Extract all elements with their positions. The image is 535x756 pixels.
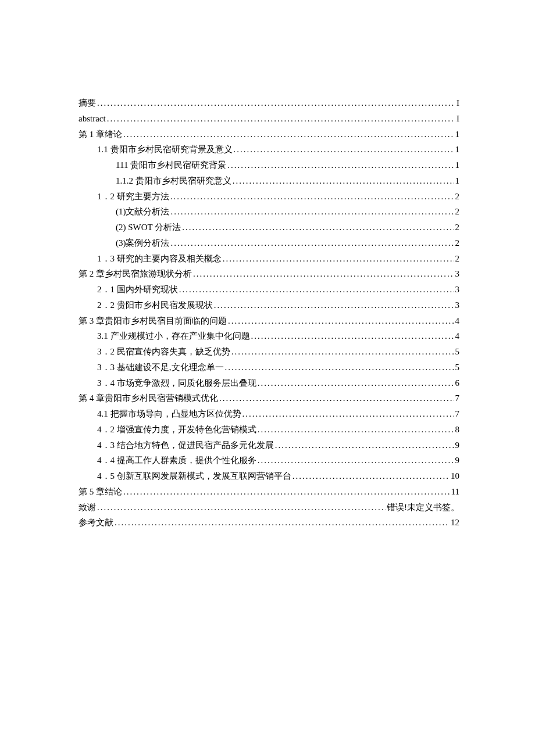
toc-entry-page: 2 — [455, 236, 460, 250]
toc-entry-label: 3．4 市场竞争激烈，同质化服务层出叠现 — [97, 376, 256, 390]
toc-entry: 1．2 研究主要方法 2 — [79, 189, 459, 204]
toc-entry-page: 2 — [455, 205, 460, 219]
toc-entry: 4.1 把握市场导向，凸显地方区位优势 7 — [79, 407, 459, 421]
toc-leader-dots — [115, 515, 450, 530]
toc-leader-dots — [170, 189, 454, 204]
toc-entry-label: 3．2 民宿宣传内容失真，缺乏优势 — [97, 345, 230, 359]
toc-entry-page: 11 — [451, 485, 459, 499]
toc-leader-dots — [107, 112, 455, 126]
toc-entry: 2．1 国内外研究现状 3 — [79, 282, 459, 297]
toc-entry-label: 2．1 国内外研究现状 — [97, 282, 178, 297]
toc-entry-label: (3)案例分析法 — [116, 236, 170, 250]
toc-entry-label: 1．2 研究主要方法 — [97, 189, 169, 204]
toc-leader-dots — [242, 407, 454, 421]
toc-entry-label: 第 5 章结论 — [79, 485, 122, 499]
toc-entry: (3)案例分析法2 — [79, 236, 459, 250]
toc-entry-page: 1 — [455, 127, 460, 142]
toc-leader-dots — [193, 267, 454, 281]
toc-leader-dots — [251, 329, 454, 343]
toc-entry: 3.1 产业规模过小，存在产业集中化问题 4 — [79, 329, 459, 343]
toc-entry-label: 111 贵阳市乡村民宿研究背景 — [116, 158, 226, 173]
toc-leader-dots — [227, 158, 454, 173]
table-of-contents: 摘要Iabstract I第 1 章绪论 11.1 贵阳市乡村民宿研究背景及意义… — [79, 96, 459, 530]
toc-entry-label: abstract — [79, 112, 106, 126]
toc-entry: 致谢错误!未定义书签。 — [79, 500, 459, 515]
toc-entry: (2) SWOT 分析法2 — [79, 220, 459, 235]
toc-entry-page: I — [456, 112, 459, 126]
toc-leader-dots — [97, 96, 455, 110]
toc-entry-label: 4．3 结合地方特色，促进民宿产品多元化发展 — [97, 438, 274, 453]
toc-leader-dots — [233, 174, 454, 188]
toc-entry-page: 6 — [455, 376, 460, 390]
toc-entry: 2．2 贵阳市乡村民宿发展现状 3 — [79, 298, 459, 313]
toc-entry-label: 2．2 贵阳市乡村民宿发展现状 — [97, 298, 213, 313]
toc-leader-dots — [214, 298, 454, 313]
toc-entry-label: 3.1 产业规模过小，存在产业集中化问题 — [97, 329, 250, 343]
toc-entry-page: 1 — [455, 174, 460, 188]
toc-entry-page: 9 — [455, 438, 460, 453]
toc-entry-page: 2 — [455, 189, 460, 204]
toc-entry-page: 1 — [455, 142, 460, 157]
toc-leader-dots — [171, 236, 454, 250]
toc-leader-dots — [182, 220, 454, 235]
toc-leader-dots — [258, 453, 454, 468]
toc-leader-dots — [231, 345, 454, 359]
toc-entry-label: 4．2 增强宣传力度，开发特色化营销模式 — [97, 422, 256, 437]
toc-entry: 1.1.2 贵阳市乡村民宿研究意义 1 — [79, 174, 459, 188]
toc-entry-label: 1.1 贵阳市乡村民宿研究背景及意义 — [97, 142, 233, 157]
toc-entry-page: 5 — [455, 360, 460, 375]
toc-entry: 3．3 基础建设不足,文化理念单一 5 — [79, 360, 459, 375]
toc-entry: 3．2 民宿宣传内容失真，缺乏优势 5 — [79, 345, 459, 359]
toc-leader-dots — [171, 205, 454, 219]
toc-entry-page: 9 — [455, 453, 460, 468]
toc-entry-label: 第 4 章贵阳市乡村民宿营销模式优化 — [79, 391, 218, 406]
toc-entry-page: 10 — [451, 469, 459, 483]
toc-entry: 1.1 贵阳市乡村民宿研究背景及意义 1 — [79, 142, 459, 157]
toc-entry: 4．4 提高工作人群素质，提供个性化服务 9 — [79, 453, 459, 468]
toc-entry: 第 4 章贵阳市乡村民宿营销模式优化 7 — [79, 391, 459, 406]
toc-entry-page: 8 — [455, 422, 460, 437]
toc-entry: 4．3 结合地方特色，促进民宿产品多元化发展 9 — [79, 438, 459, 453]
toc-entry-label: 4．5 创新互联网发展新模式，发展互联网营销平台 — [97, 469, 291, 483]
toc-entry-page: 7 — [455, 391, 460, 406]
toc-entry: 第 2 章乡村民宿旅游现状分析 3 — [79, 267, 459, 281]
toc-entry-label: 3．3 基础建设不足,文化理念单一 — [97, 360, 224, 375]
toc-entry: 3．4 市场竞争激烈，同质化服务层出叠现 6 — [79, 376, 459, 390]
toc-entry-page: 1 — [455, 158, 460, 173]
toc-entry-label: (1)文献分析法 — [116, 205, 170, 219]
toc-leader-dots — [293, 469, 450, 483]
toc-entry-label: 摘要 — [79, 96, 96, 110]
toc-leader-dots — [225, 360, 454, 375]
toc-entry: 1．3 研究的主要内容及相关概念 2 — [79, 252, 459, 266]
toc-entry: 第 5 章结论 11 — [79, 485, 459, 499]
toc-entry-label: 第 1 章绪论 — [79, 127, 122, 142]
toc-entry-label: 4.1 把握市场导向，凸显地方区位优势 — [97, 407, 241, 421]
toc-entry-page: 4 — [455, 329, 460, 343]
toc-leader-dots — [234, 142, 454, 157]
toc-entry: 111 贵阳市乡村民宿研究背景 1 — [79, 158, 459, 173]
toc-entry-label: (2) SWOT 分析法 — [116, 220, 181, 235]
toc-leader-dots — [123, 485, 450, 499]
toc-entry-page: 3 — [455, 298, 460, 313]
toc-entry-label: 第 3 章贵阳市乡村民宿目前面临的问题 — [79, 314, 227, 328]
toc-leader-dots — [228, 314, 454, 328]
toc-entry-page: 7 — [455, 407, 460, 421]
toc-entry-label: 4．4 提高工作人群素质，提供个性化服务 — [97, 453, 256, 468]
toc-leader-dots — [258, 422, 454, 437]
toc-entry-page: 3 — [455, 282, 460, 297]
toc-leader-dots — [275, 438, 454, 453]
toc-entry-label: 参考文献 — [79, 515, 113, 530]
toc-entry-label: 第 2 章乡村民宿旅游现状分析 — [79, 267, 192, 281]
toc-leader-dots — [123, 127, 454, 142]
toc-entry: 摘要I — [79, 96, 459, 110]
toc-entry-page: I — [456, 96, 459, 110]
toc-entry-page: 2 — [455, 220, 460, 235]
toc-entry: 第 3 章贵阳市乡村民宿目前面临的问题 4 — [79, 314, 459, 328]
toc-entry: (1)文献分析法2 — [79, 205, 459, 219]
toc-entry-page: 12 — [451, 515, 459, 530]
toc-entry-label: 1.1.2 贵阳市乡村民宿研究意义 — [116, 174, 231, 188]
toc-entry: 参考文献 12 — [79, 515, 459, 530]
toc-entry-page: 4 — [455, 314, 460, 328]
toc-entry-page: 错误!未定义书签。 — [387, 500, 459, 515]
toc-entry: 4．5 创新互联网发展新模式，发展互联网营销平台 10 — [79, 469, 459, 483]
